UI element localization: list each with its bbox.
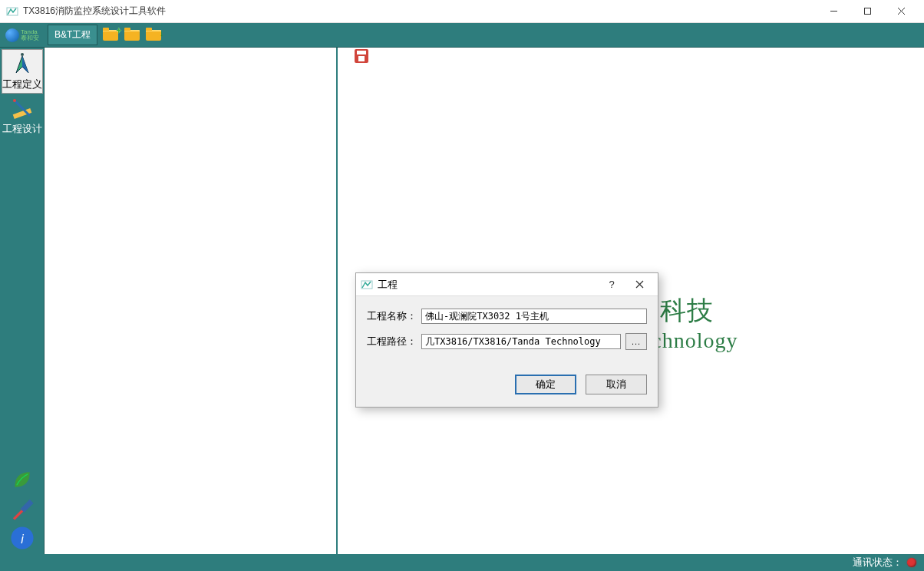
dialog-help-button[interactable]: ? — [598, 275, 625, 295]
folder-icon — [124, 30, 140, 41]
ok-button[interactable]: 确定 — [515, 375, 576, 394]
top-toolbar: Tanda泰和安 B&T工程 — [0, 23, 924, 48]
window-controls — [817, 1, 918, 22]
close-icon — [635, 280, 644, 289]
dialog-close-button[interactable] — [625, 275, 653, 295]
sidebar-item-design[interactable]: 工程设计 — [2, 94, 43, 138]
cancel-button[interactable]: 取消 — [586, 375, 647, 394]
compass-icon — [10, 51, 35, 76]
status-bar: 通讯状态： — [0, 554, 924, 571]
sidebar-item-label: 工程定义 — [2, 78, 42, 91]
brand-text: Tanda泰和安 — [21, 29, 39, 41]
app-icon — [6, 6, 18, 17]
main-area: 工程定义 工程设计 i 和安科技 la Technology — [0, 48, 924, 554]
minimize-button[interactable] — [817, 1, 850, 22]
project-name-input[interactable] — [421, 309, 647, 324]
content-area: 和安科技 la Technology 工程 ? — [45, 48, 924, 554]
comm-status-indicator — [907, 558, 916, 567]
svg-point-7 — [13, 99, 16, 102]
globe-icon — [5, 28, 19, 42]
screwdriver-wrench-icon — [9, 496, 35, 522]
info-button[interactable]: i — [9, 525, 35, 551]
leaf-button[interactable] — [9, 467, 35, 493]
import-folder-button[interactable] — [145, 28, 162, 43]
sidebar-item-define[interactable]: 工程定义 — [2, 49, 43, 94]
new-folder-button[interactable] — [102, 28, 119, 43]
comm-status-label: 通讯状态： — [853, 556, 903, 569]
status-right: 通讯状态： — [853, 556, 916, 569]
svg-text:i: i — [21, 533, 24, 546]
browse-button[interactable]: ... — [625, 333, 647, 350]
dialog-body: 工程名称： 工程路径： ... — [356, 296, 658, 370]
brand-logo: Tanda泰和安 — [3, 25, 43, 45]
dialog-title: 工程 — [378, 278, 598, 292]
folder-plus-icon — [103, 30, 118, 41]
project-name-label: 工程名称： — [367, 309, 417, 323]
info-icon: i — [9, 525, 35, 551]
maximize-button[interactable] — [850, 1, 884, 22]
dialog-app-icon — [361, 279, 373, 290]
project-name-row: 工程名称： — [367, 309, 647, 324]
leaf-icon — [9, 467, 35, 493]
project-path-label: 工程路径： — [367, 335, 417, 348]
svg-rect-2 — [864, 8, 870, 15]
dialog-overlay: 工程 ? 工程名称： 工程路径： ... — [45, 48, 924, 554]
left-sidebar: 工程定义 工程设计 i — [0, 48, 45, 554]
folder-arrow-icon — [146, 30, 161, 41]
dialog-titlebar: 工程 ? — [356, 273, 658, 296]
project-dialog: 工程 ? 工程名称： 工程路径： ... — [355, 272, 658, 408]
open-folder-button[interactable] — [124, 28, 140, 43]
tools-button[interactable] — [9, 496, 35, 522]
close-button[interactable] — [884, 1, 918, 22]
menu-project[interactable]: B&T工程 — [48, 25, 97, 45]
project-path-input[interactable] — [421, 334, 621, 349]
ruler-pencil-icon — [10, 96, 35, 120]
window-title: TX3816消防监控系统设计工具软件 — [23, 5, 817, 18]
window-titlebar: TX3816消防监控系统设计工具软件 — [0, 0, 924, 23]
sidebar-item-label: 工程设计 — [2, 122, 42, 136]
dialog-button-row: 确定 取消 — [356, 370, 658, 407]
project-path-row: 工程路径： ... — [367, 333, 647, 350]
